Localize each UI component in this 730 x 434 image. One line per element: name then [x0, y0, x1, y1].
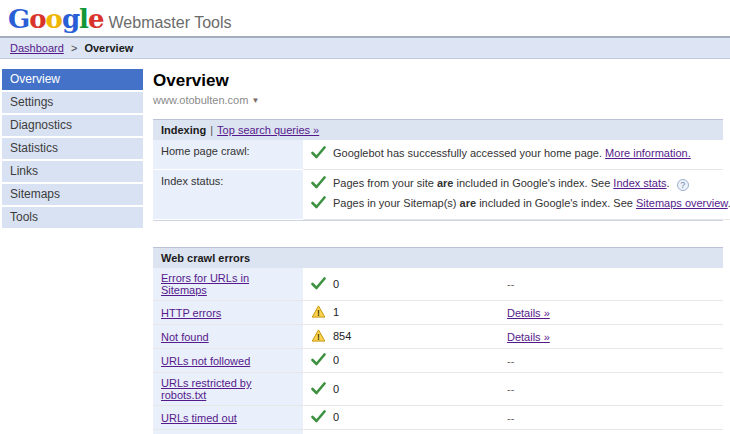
- breadcrumb: Dashboard > Overview: [0, 36, 730, 59]
- index-status-row: Index status: Pages from your site are i…: [153, 170, 723, 220]
- details-cell: --: [499, 406, 723, 430]
- sidebar-item-statistics[interactable]: Statistics: [2, 138, 143, 159]
- warning-icon: !: [311, 305, 326, 320]
- google-logo: Google Webmaster Tools: [8, 5, 730, 33]
- web-crawl-errors-table: Errors for URLs in Sitemaps0--HTTP error…: [153, 268, 723, 434]
- sidebar-item-settings[interactable]: Settings: [2, 92, 143, 113]
- index-stats-link[interactable]: Index stats: [613, 177, 666, 189]
- app-header: Google Webmaster Tools: [0, 0, 730, 36]
- home-page-crawl-label: Home page crawl:: [153, 140, 303, 170]
- details-cell: --: [499, 430, 723, 434]
- error-type-link[interactable]: Errors for URLs in Sitemaps: [161, 272, 249, 296]
- page: Google Webmaster Tools Dashboard > Overv…: [0, 0, 730, 434]
- error-type-link[interactable]: HTTP errors: [161, 307, 221, 319]
- table-row: URLs restricted by robots.txt0--: [153, 373, 723, 406]
- no-details: --: [507, 278, 514, 290]
- status-text-bold: are: [437, 177, 454, 189]
- error-count: 854: [333, 330, 351, 342]
- status-text: Googlebot has successfully accessed your…: [333, 147, 605, 159]
- status-line: Pages from your site are included in Goo…: [311, 174, 730, 194]
- home-page-crawl-value: Googlebot has successfully accessed your…: [303, 140, 723, 170]
- table-row: Errors for URLs in Sitemaps0--: [153, 268, 723, 301]
- error-type-link[interactable]: URLs timed out: [161, 412, 237, 424]
- details-cell: --: [499, 268, 723, 301]
- help-icon[interactable]: ?: [677, 179, 689, 191]
- web-crawl-errors-title: Web crawl errors: [161, 252, 250, 264]
- index-status-value: Pages from your site are included in Goo…: [303, 170, 730, 220]
- sidebar: OverviewSettingsDiagnosticsStatisticsLin…: [2, 69, 143, 230]
- error-type-cell: URLs timed out: [153, 406, 303, 430]
- details-link[interactable]: Details »: [507, 307, 550, 319]
- sidebar-item-label: Overview: [10, 72, 60, 86]
- svg-text:!: !: [317, 308, 320, 318]
- error-type-link[interactable]: Not found: [161, 331, 209, 343]
- sidebar-item-label: Diagnostics: [10, 118, 72, 132]
- status-text: Pages in your Sitemap(s): [333, 197, 460, 209]
- breadcrumb-separator: >: [71, 42, 77, 54]
- check-icon: [311, 196, 326, 214]
- product-name: Webmaster Tools: [109, 14, 232, 32]
- chevron-down-icon: ▼: [251, 96, 259, 105]
- warning-icon: !: [311, 329, 326, 344]
- indexing-section: Indexing|Top search queries » Home page …: [153, 119, 723, 221]
- status-line: Pages in your Sitemap(s) are included in…: [311, 194, 730, 214]
- error-type-cell: Errors for URLs in Sitemaps: [153, 268, 303, 301]
- indexing-section-header: Indexing|Top search queries »: [153, 119, 723, 140]
- count-cell: 0: [303, 373, 499, 406]
- sidebar-item-links[interactable]: Links: [2, 161, 143, 182]
- sidebar-item-label: Tools: [10, 210, 38, 224]
- count-cell: !1: [303, 301, 499, 325]
- sidebar-item-overview[interactable]: Overview: [2, 69, 143, 90]
- status-text: .: [667, 177, 673, 189]
- error-type-link[interactable]: URLs not followed: [161, 355, 250, 367]
- count-cell: 0: [303, 406, 499, 430]
- count-cell: 0: [303, 349, 499, 373]
- check-icon: [311, 277, 326, 292]
- error-count: 0: [333, 411, 339, 423]
- index-status-label: Index status:: [153, 170, 303, 220]
- logo-letter: l: [79, 4, 88, 34]
- logo-letter: e: [88, 4, 104, 34]
- check-icon: [311, 410, 326, 425]
- more-information-link[interactable]: More information.: [605, 147, 691, 159]
- details-cell: --: [499, 373, 723, 406]
- status-text: Pages from your site: [333, 177, 437, 189]
- error-count: 1: [333, 306, 339, 318]
- status-text-bold: are: [460, 197, 477, 209]
- home-page-crawl-row: Home page crawl: Googlebot has successfu…: [153, 140, 723, 170]
- logo-letter: o: [46, 4, 62, 34]
- sidebar-item-tools[interactable]: Tools: [2, 207, 143, 228]
- no-details: --: [507, 412, 514, 424]
- check-icon: [311, 382, 326, 397]
- top-search-queries-link[interactable]: Top search queries »: [217, 124, 319, 136]
- details-cell: Details »: [499, 301, 723, 325]
- no-details: --: [507, 383, 514, 395]
- google-logo-word: Google: [8, 5, 104, 33]
- no-details: --: [507, 355, 514, 367]
- check-icon: [311, 353, 326, 368]
- web-crawl-errors-section: Web crawl errors Errors for URLs in Site…: [153, 247, 723, 434]
- check-icon: [311, 176, 326, 194]
- logo-letter: g: [62, 4, 79, 34]
- count-cell: !854: [303, 325, 499, 349]
- error-type-cell: Unreachable URLs: [153, 430, 303, 434]
- details-link[interactable]: Details »: [507, 331, 550, 343]
- status-text: included in Google's index. See: [453, 177, 613, 189]
- error-type-cell: URLs not followed: [153, 349, 303, 373]
- status-line: Googlebot has successfully accessed your…: [311, 144, 715, 164]
- breadcrumb-dashboard-link[interactable]: Dashboard: [10, 42, 64, 54]
- error-count: 0: [333, 354, 339, 366]
- sidebar-item-sitemaps[interactable]: Sitemaps: [2, 184, 143, 205]
- sitemaps-overview-link[interactable]: Sitemaps overview: [636, 197, 728, 209]
- site-url: www.otobulten.com: [153, 94, 248, 106]
- error-type-link[interactable]: URLs restricted by robots.txt: [161, 377, 251, 401]
- table-row: Unreachable URLs0--: [153, 430, 723, 434]
- sidebar-item-diagnostics[interactable]: Diagnostics: [2, 115, 143, 136]
- table-row: URLs timed out0--: [153, 406, 723, 430]
- site-selector[interactable]: www.otobulten.com▼: [153, 94, 723, 106]
- check-icon: [311, 146, 326, 164]
- main-content: Overview www.otobulten.com▼ Indexing|Top…: [143, 59, 730, 434]
- sidebar-item-label: Settings: [10, 95, 53, 109]
- count-cell: 0: [303, 268, 499, 301]
- breadcrumb-current: Overview: [84, 42, 133, 54]
